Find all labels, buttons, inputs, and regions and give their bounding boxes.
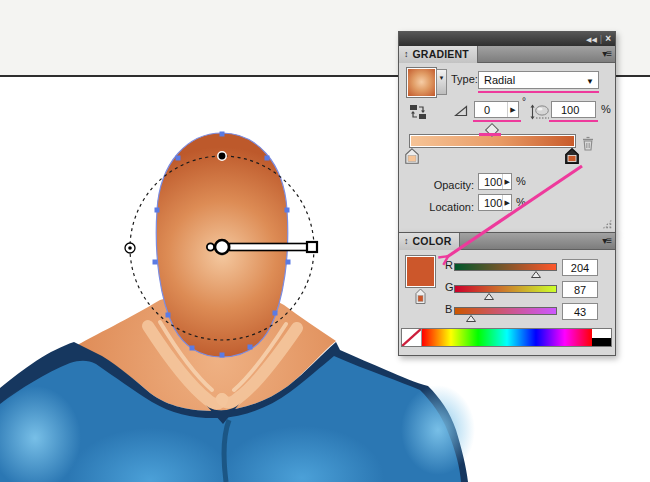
blue-slider-track[interactable] (454, 307, 557, 315)
location-label: Location: (419, 202, 474, 213)
blue-value: 43 (563, 306, 597, 318)
gradient-type-value: Radial (479, 74, 598, 86)
none-color-swatch[interactable] (402, 329, 422, 346)
black-swatch[interactable] (592, 338, 611, 347)
gradient-angle-field[interactable]: 0 ▶ (474, 101, 519, 118)
type-label: Type: (451, 74, 478, 85)
close-panel-button[interactable]: × (605, 34, 611, 44)
gradient-panel-body: ▼ Type: Radial ▼ 0 ▶ ° (399, 63, 615, 232)
gradient-type-select[interactable]: Radial ▼ (478, 71, 599, 89)
opacity-label: Opacity: (419, 180, 474, 191)
panel-resize-grip[interactable] (602, 219, 612, 229)
location-stepper[interactable]: ▶ (502, 195, 511, 210)
green-value: 87 (563, 284, 597, 296)
gradient-aspect-ratio-field[interactable]: 100 (551, 101, 596, 118)
annotation-underline-angle (473, 120, 521, 123)
tab-color[interactable]: ↕ COLOR (399, 233, 460, 250)
red-slider-thumb[interactable] (531, 271, 541, 278)
aspect-ratio-icon (530, 104, 550, 120)
panel-group-titlebar[interactable]: ◀◀ | × (399, 32, 615, 46)
red-value: 204 (563, 262, 597, 274)
gradient-panel: ◀◀ | × ↕ GRADIENT ▾≡ ▼ Type: Radial ▼ (398, 31, 616, 233)
gradient-tab-row: ↕ GRADIENT ▾≡ (399, 46, 615, 63)
angle-stepper[interactable]: ▶ (507, 102, 518, 117)
color-tab-row: ↕ COLOR ▾≡ (399, 233, 615, 250)
current-color-swatch[interactable] (406, 256, 435, 287)
aspect-ratio-value: 100 (552, 104, 595, 116)
location-unit: % (516, 197, 526, 208)
panel-menu-icon[interactable]: ▾≡ (602, 49, 611, 59)
red-value-field[interactable]: 204 (562, 259, 598, 276)
blue-slider-thumb[interactable] (466, 315, 476, 322)
location-value: 100 (479, 197, 502, 209)
tab-gradient[interactable]: ↕ GRADIENT (399, 46, 478, 63)
green-slider-track[interactable] (454, 285, 557, 293)
annotator-center-point (215, 240, 229, 254)
panel-toggle-icon: ↕ (404, 50, 409, 59)
opacity-unit: % (516, 176, 526, 187)
color-panel-title: COLOR (413, 236, 452, 247)
chevron-down-icon: ▼ (586, 77, 594, 86)
color-spectrum-bar[interactable] (401, 328, 612, 347)
opacity-stepper[interactable]: ▶ (502, 174, 511, 189)
blue-slider-row (454, 315, 557, 323)
green-slider-thumb[interactable] (484, 293, 494, 300)
delete-stop-trash-icon[interactable] (582, 136, 594, 151)
opacity-value: 100 (479, 176, 502, 188)
annotation-midpoint-mark (479, 133, 501, 136)
color-panel-body: R 204 G 87 B (399, 250, 615, 355)
aspect-ratio-unit: % (601, 104, 611, 115)
gradient-fill-swatch[interactable] (407, 68, 436, 97)
annotation-underline-aspect (549, 120, 598, 123)
green-slider-row (454, 293, 557, 301)
illustrator-workspace: ◀◀ | × ↕ GRADIENT ▾≡ ▼ Type: Radial ▼ (0, 0, 650, 482)
blue-value-field[interactable]: 43 (562, 303, 598, 320)
gradient-swatch-dropdown[interactable]: ▼ (436, 69, 447, 95)
red-slider-row (454, 271, 557, 279)
location-field[interactable]: 100 ▶ (478, 194, 512, 211)
gradient-angle-value: 0 (475, 104, 507, 116)
gradient-stop-left[interactable] (405, 148, 419, 164)
annotator-left-handle[interactable] (125, 243, 135, 253)
annotation-underline-type (478, 91, 599, 94)
red-slider-track[interactable] (454, 263, 557, 271)
color-panel: ↕ COLOR ▾≡ R 204 G (398, 232, 616, 356)
gradient-panel-title: GRADIENT (413, 49, 469, 60)
angle-unit: ° (522, 97, 526, 107)
spectrum-end-swatches (592, 329, 611, 346)
fill-indicator-icon[interactable] (413, 288, 428, 305)
panel-toggle-icon: ↕ (404, 237, 409, 246)
white-swatch[interactable] (592, 329, 611, 338)
annotator-end-stop (307, 242, 317, 252)
opacity-field[interactable]: 100 ▶ (478, 173, 512, 190)
gradient-stop-right-selected[interactable] (565, 148, 579, 164)
reverse-gradient-icon[interactable] (409, 104, 427, 120)
annotator-rotate-handle[interactable] (218, 152, 226, 160)
angle-icon (454, 105, 468, 117)
annotator-focus-point (207, 243, 214, 250)
spectrum-ramp[interactable] (422, 329, 592, 346)
collapse-to-icons-button[interactable]: ◀◀ (586, 36, 597, 43)
green-value-field[interactable]: 87 (562, 281, 598, 298)
panel-menu-icon[interactable]: ▾≡ (602, 236, 611, 246)
